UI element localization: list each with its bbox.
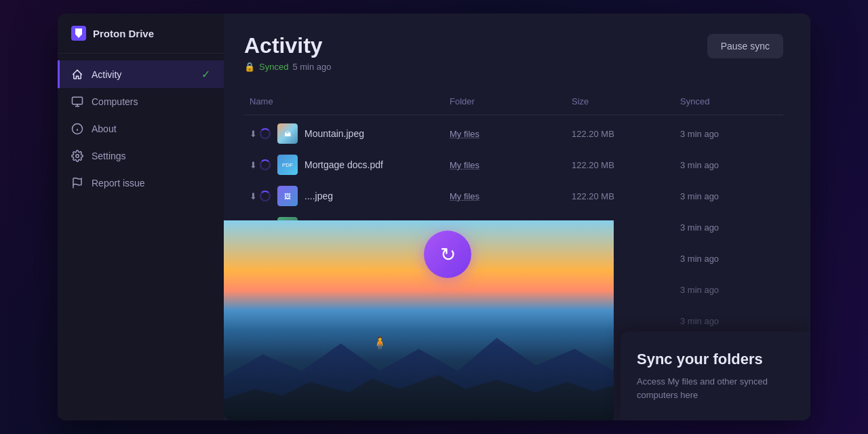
sync-status-label: Synced bbox=[259, 62, 288, 72]
mountain-background-image: 🧍 bbox=[224, 220, 614, 420]
sync-spinner bbox=[260, 159, 271, 170]
file-cell: ⬇ PDF Mortgage docs.pdf bbox=[244, 152, 444, 178]
floating-sync-button[interactable]: ↻ bbox=[424, 231, 471, 278]
col-folder: Folder bbox=[444, 94, 566, 109]
sidebar: Proton Drive Activity ✓ bbox=[58, 14, 224, 420]
sidebar-item-settings[interactable]: Settings bbox=[58, 142, 224, 170]
sidebar-item-label: Activity bbox=[92, 69, 121, 80]
sidebar-item-report-issue[interactable]: Report issue bbox=[58, 170, 224, 197]
title-area: Activity 🔒 Synced 5 min ago bbox=[244, 34, 331, 72]
synced-cell: 3 min ago bbox=[675, 220, 783, 235]
synced-cell: 3 min ago bbox=[675, 313, 783, 329]
download-icon: ⬇ bbox=[250, 160, 257, 170]
table-header: Name Folder Size Synced bbox=[244, 88, 783, 115]
download-icon: ⬇ bbox=[250, 129, 257, 139]
folder-link[interactable]: My files bbox=[444, 189, 566, 204]
sidebar-item-about[interactable]: About bbox=[58, 115, 224, 142]
image-thumb: 🖼 bbox=[277, 186, 298, 206]
sync-status: 🔒 Synced 5 min ago bbox=[244, 62, 331, 72]
tooltip-title: Sync your folders bbox=[637, 351, 794, 368]
table-row: ⬇ PDF Mortgage docs.pdf My files 122.20 … bbox=[244, 149, 783, 180]
synced-cell: 3 min ago bbox=[675, 189, 783, 204]
col-size: Size bbox=[566, 94, 675, 109]
synced-cell: 3 min ago bbox=[675, 157, 783, 173]
file-name: Mortgage docs.pdf bbox=[304, 159, 383, 170]
info-icon bbox=[71, 123, 83, 135]
sync-tooltip-card: Sync your folders Access My files and ot… bbox=[620, 332, 810, 420]
sidebar-item-activity[interactable]: Activity ✓ bbox=[58, 60, 224, 88]
file-status-icons: ⬇ bbox=[250, 159, 271, 170]
sidebar-nav: Activity ✓ Computers bbox=[58, 54, 224, 420]
pause-sync-button[interactable]: Pause sync bbox=[707, 34, 783, 58]
tooltip-text: Access My files and other synced compute… bbox=[637, 375, 794, 401]
synced-cell: 3 min ago bbox=[675, 282, 783, 298]
file-cell: ⬇ 🖼 ....jpeg bbox=[244, 183, 444, 209]
sidebar-item-computers[interactable]: Computers bbox=[58, 88, 224, 115]
file-name: Mountain.jpeg bbox=[304, 128, 364, 139]
image-thumb: 🏔 bbox=[277, 123, 298, 144]
size-cell: 122.20 MB bbox=[566, 189, 675, 204]
svg-rect-0 bbox=[73, 97, 83, 104]
col-synced: Synced bbox=[675, 94, 783, 109]
file-thumbnail: 🏔 bbox=[277, 123, 298, 144]
sync-spinner bbox=[260, 191, 271, 201]
file-name: ....jpeg bbox=[304, 191, 333, 201]
folder-link[interactable]: My files bbox=[444, 157, 566, 173]
col-name: Name bbox=[244, 94, 444, 109]
table-row: ⬇ 🏔 Mountain.jpeg My files 122.20 MB 3 m… bbox=[244, 118, 783, 149]
home-icon bbox=[71, 68, 83, 81]
file-cell: ⬇ 🏔 Mountain.jpeg bbox=[244, 121, 444, 146]
proton-logo-icon bbox=[71, 26, 86, 41]
refresh-icon: ↻ bbox=[440, 243, 456, 266]
sidebar-item-label: Settings bbox=[92, 151, 126, 161]
pdf-thumb: PDF bbox=[277, 155, 298, 175]
mountain-scene: 🧍 bbox=[224, 220, 614, 420]
file-thumbnail: PDF bbox=[277, 155, 298, 175]
table-row: ⬇ 🖼 ....jpeg My files 122.20 MB 3 min ag… bbox=[244, 180, 783, 212]
hiker-figure: 🧍 bbox=[372, 336, 387, 351]
flag-icon bbox=[71, 177, 83, 189]
monitor-icon bbox=[71, 96, 83, 108]
size-cell: 122.20 MB bbox=[566, 157, 675, 173]
file-thumbnail: 🖼 bbox=[277, 186, 298, 206]
page-title: Activity bbox=[244, 34, 331, 58]
sidebar-header: Proton Drive bbox=[58, 14, 224, 54]
app-title: Proton Drive bbox=[93, 28, 154, 39]
lock-icon: 🔒 bbox=[244, 62, 255, 72]
page-header: Activity 🔒 Synced 5 min ago Pause sync bbox=[244, 34, 783, 72]
file-status-icons: ⬇ bbox=[250, 128, 271, 139]
synced-cell: 3 min ago bbox=[675, 126, 783, 142]
sidebar-item-label: Report issue bbox=[92, 178, 145, 189]
sync-check-badge: ✓ bbox=[201, 68, 210, 81]
download-icon: ⬇ bbox=[250, 191, 257, 201]
file-status-icons: ⬇ bbox=[250, 191, 271, 201]
synced-cell: 3 min ago bbox=[675, 251, 783, 267]
gear-icon bbox=[71, 150, 83, 162]
main-content: Activity 🔒 Synced 5 min ago Pause sync N… bbox=[224, 14, 810, 420]
size-cell: 122.20 MB bbox=[566, 126, 675, 142]
svg-point-2 bbox=[76, 155, 79, 158]
sync-spinner bbox=[260, 128, 271, 139]
sidebar-item-label: Computers bbox=[92, 96, 138, 107]
sync-time: 5 min ago bbox=[292, 62, 331, 72]
sidebar-item-label: About bbox=[92, 123, 117, 134]
folder-link[interactable]: My files bbox=[444, 126, 566, 142]
